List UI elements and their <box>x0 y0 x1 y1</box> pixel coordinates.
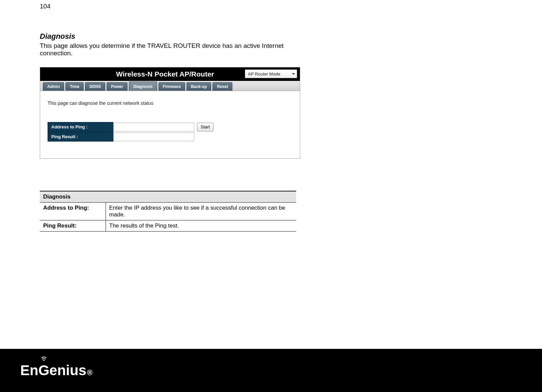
tab-ddns[interactable]: DDNS <box>85 82 105 91</box>
result-label: Ping Result : <box>48 132 113 142</box>
panel-note: This page can diagnose the current netwo… <box>48 100 292 106</box>
def-value: The results of the Ping test. <box>106 220 296 232</box>
wifi-icon <box>39 355 49 362</box>
footer-bar: EnG enius® <box>0 349 542 392</box>
mode-select-value: AP Router Mode <box>248 71 280 77</box>
page-number: 104 <box>40 3 51 10</box>
address-input[interactable] <box>113 123 194 131</box>
def-value: Enter the IP address you like to see if … <box>106 203 296 220</box>
table-row: Ping Result: The results of the Ping tes… <box>40 220 296 232</box>
registered-mark: ® <box>87 368 92 377</box>
brand-logo: EnG enius® <box>20 362 92 379</box>
section-description: This page allows you determine if the TR… <box>40 42 303 57</box>
tab-diagnosis[interactable]: Diagnosis <box>129 82 157 91</box>
tab-backup[interactable]: Back-up <box>187 82 211 91</box>
router-title: Wireless-N Pocket AP/Router <box>116 70 214 78</box>
table-row: Address to Ping: Enter the IP address yo… <box>40 203 296 220</box>
chevron-down-icon <box>292 73 295 75</box>
tab-power[interactable]: Power <box>107 82 127 91</box>
tab-time[interactable]: Time <box>65 82 84 91</box>
panel-body: This page can diagnose the current netwo… <box>40 91 300 158</box>
main-content: Diagnosis This page allows you determine… <box>40 32 303 232</box>
section-title: Diagnosis <box>40 32 303 41</box>
tabs-row: Admin Time DDNS Power Diagnosis Firmware… <box>40 81 300 91</box>
tab-firmware[interactable]: Firmware <box>159 82 185 91</box>
start-button[interactable]: Start <box>197 123 213 131</box>
result-output <box>113 132 194 141</box>
tab-reset[interactable]: Reset <box>212 82 232 91</box>
address-row: Address to Ping : Start <box>48 122 292 132</box>
def-key: Address to Ping: <box>40 203 106 220</box>
tab-admin[interactable]: Admin <box>43 82 64 91</box>
address-label: Address to Ping : <box>48 122 113 132</box>
def-key: Ping Result: <box>40 220 106 232</box>
mode-select[interactable]: AP Router Mode <box>245 69 297 78</box>
definition-table: Diagnosis Address to Ping: Enter the IP … <box>40 191 296 232</box>
router-screenshot-panel: Wireless-N Pocket AP/Router AP Router Mo… <box>40 67 300 159</box>
router-header: Wireless-N Pocket AP/Router AP Router Mo… <box>40 67 300 81</box>
result-row: Ping Result : <box>48 132 292 142</box>
def-table-header: Diagnosis <box>40 191 296 203</box>
